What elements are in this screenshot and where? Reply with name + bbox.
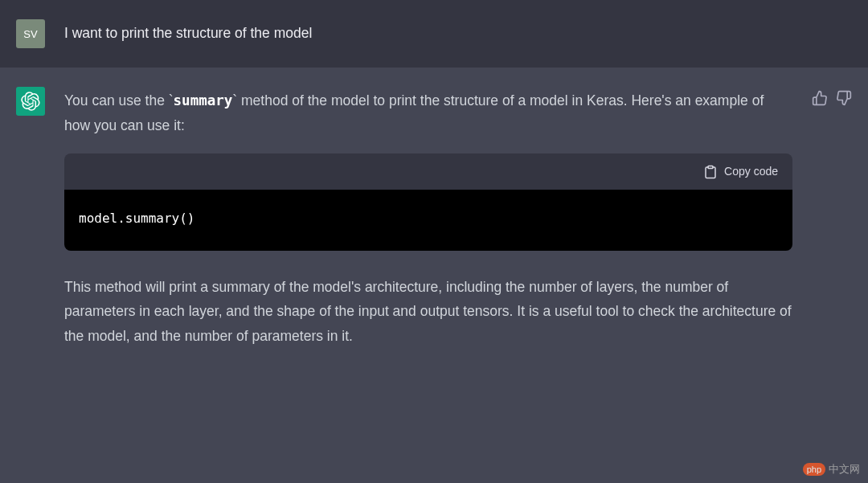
openai-logo-icon — [21, 92, 40, 111]
thumbs-up-button[interactable] — [812, 90, 828, 106]
code-block-body: model.summary() — [64, 190, 792, 251]
watermark: php 中文网 — [803, 462, 860, 477]
thumbs-down-icon — [836, 90, 852, 106]
assistant-message-content: You can use the `summary` method of the … — [64, 87, 792, 349]
thumbs-down-button[interactable] — [836, 90, 852, 106]
assistant-message-row: You can use the `summary` method of the … — [0, 68, 868, 368]
feedback-buttons — [812, 87, 852, 349]
user-avatar: SV — [16, 19, 45, 48]
assistant-intro-prefix: You can use the — [64, 92, 169, 108]
code-content: model.summary() — [79, 211, 195, 226]
code-block: Copy code model.summary() — [64, 153, 792, 251]
assistant-intro-paragraph: You can use the `summary` method of the … — [64, 88, 792, 137]
copy-code-label: Copy code — [724, 162, 778, 182]
user-message-text: I want to print the structure of the mod… — [64, 19, 852, 48]
watermark-badge: php — [803, 463, 825, 476]
assistant-avatar — [16, 87, 45, 116]
inline-code-summary: summary — [174, 92, 233, 108]
user-message-row: SV I want to print the structure of the … — [0, 0, 868, 68]
thumbs-up-icon — [812, 90, 828, 106]
user-avatar-text: SV — [23, 28, 37, 40]
assistant-outro-paragraph: This method will print a summary of the … — [64, 275, 792, 349]
code-block-header: Copy code — [64, 153, 792, 190]
copy-code-button[interactable]: Copy code — [703, 162, 778, 182]
clipboard-icon — [703, 165, 718, 179]
watermark-text: 中文网 — [829, 462, 860, 477]
svg-rect-0 — [708, 166, 713, 168]
